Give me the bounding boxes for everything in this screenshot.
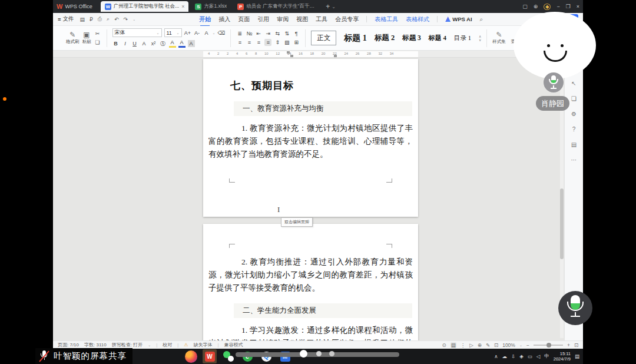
text-effects-button[interactable]: A bbox=[203, 29, 210, 37]
style-heading4[interactable]: 标题 4 bbox=[429, 34, 446, 42]
scrollbar-thumb[interactable] bbox=[560, 188, 564, 259]
microphone-button[interactable] bbox=[558, 291, 592, 325]
quickbar-caret-icon[interactable]: ⌄ bbox=[132, 17, 135, 21]
minimize-button[interactable]: − bbox=[556, 4, 559, 9]
underline-button[interactable]: U bbox=[131, 40, 138, 47]
tab-table-style[interactable]: 表格样式 bbox=[406, 15, 429, 24]
close-window-button[interactable]: × bbox=[577, 4, 579, 9]
show-marks-button[interactable]: ¶ bbox=[293, 30, 300, 37]
style-heading3[interactable]: 标题 3 bbox=[402, 34, 421, 42]
search-icon[interactable]: ⌕ bbox=[480, 16, 483, 23]
spellcheck-caret-icon[interactable]: ⌄ bbox=[148, 343, 151, 347]
align-right-button[interactable]: ≡ bbox=[255, 39, 262, 46]
font-color-auto-button[interactable]: A bbox=[141, 40, 148, 47]
proofread-button[interactable]: 校对 bbox=[163, 342, 172, 348]
ime-indicator[interactable]: 中 bbox=[544, 353, 549, 360]
style-heading2[interactable]: 标题 2 bbox=[375, 33, 395, 43]
zoom-level[interactable]: 100% bbox=[502, 342, 515, 348]
style-set-button[interactable]: ✎ 样式集 bbox=[492, 31, 506, 45]
web-view-button[interactable]: ⊕ bbox=[478, 342, 482, 348]
workspace-icon[interactable]: ▢ bbox=[522, 4, 528, 9]
multi-page-view-button[interactable]: ⋮ bbox=[461, 342, 466, 348]
gallery-down-icon[interactable]: ∨ bbox=[479, 38, 481, 42]
select-tool-icon[interactable]: ↖ bbox=[571, 80, 576, 87]
tab-review[interactable]: 审阅 bbox=[277, 15, 289, 24]
new-tab-button[interactable]: + bbox=[326, 2, 330, 11]
snippet-icon[interactable]: ❏ bbox=[571, 95, 577, 102]
justify-button[interactable]: ≡ bbox=[264, 39, 271, 46]
panel-icon[interactable]: ▤ bbox=[571, 141, 577, 148]
single-page-view-button[interactable]: ▤ bbox=[450, 342, 456, 348]
fullscreen-button[interactable]: ⊡ bbox=[574, 342, 578, 348]
format-painter-button[interactable]: ✎ 格式刷 bbox=[66, 31, 80, 45]
tab-writer-document[interactable]: W 广州理工学院智电学院 社会... × bbox=[101, 1, 189, 12]
page-dot[interactable] bbox=[316, 351, 322, 356]
tab-reference[interactable]: 引用 bbox=[257, 15, 269, 24]
gallery-scroll-arrows[interactable]: ∧ ∨ bbox=[479, 35, 481, 42]
taskbar-app-fruit[interactable] bbox=[184, 349, 198, 363]
right-indent-marker[interactable] bbox=[334, 55, 337, 57]
zoom-in-button[interactable]: + bbox=[567, 342, 570, 348]
zoom-out-button[interactable]: − bbox=[526, 342, 529, 348]
taskbar-app-wps[interactable]: W bbox=[203, 349, 217, 363]
char-shading-button[interactable]: A bbox=[188, 40, 195, 47]
taskbar-clock[interactable]: 15:11 2024/7/9 bbox=[554, 351, 571, 362]
increase-indent-button[interactable]: ⇥ bbox=[264, 30, 271, 37]
fit-page-button[interactable]: ⊡ bbox=[494, 342, 498, 348]
decrease-font-button[interactable]: A- bbox=[194, 29, 201, 37]
compat-mode-badge[interactable]: 兼容模式 bbox=[224, 342, 243, 348]
sort-button[interactable]: ⇅ bbox=[283, 30, 290, 37]
tab-tools[interactable]: 工具 bbox=[316, 15, 327, 24]
redo-button[interactable]: ↷ bbox=[124, 16, 128, 22]
tray-display-icon[interactable]: ▭ bbox=[528, 353, 532, 359]
superscript-button[interactable]: x² bbox=[150, 40, 157, 47]
enclosed-char-button[interactable]: Ⓐ bbox=[160, 40, 167, 47]
clear-format-button[interactable]: ⌫ bbox=[218, 29, 226, 37]
first-line-indent-marker[interactable] bbox=[287, 51, 290, 54]
tab-spreadsheet[interactable]: S 方案1.xlsx bbox=[191, 1, 231, 12]
font-name-select[interactable]: 宋体⌄ bbox=[112, 28, 162, 37]
settings-gear-icon[interactable]: ⚙ bbox=[571, 111, 577, 117]
read-mode-button[interactable]: ▷ bbox=[469, 342, 473, 348]
save-button[interactable]: ▤ bbox=[80, 16, 85, 22]
globe-icon[interactable]: ⊕ bbox=[534, 4, 538, 9]
shading-button[interactable]: ▨ bbox=[283, 39, 290, 46]
align-center-button[interactable]: ≡ bbox=[246, 39, 253, 46]
char-scale-button[interactable]: ⇆ bbox=[274, 30, 281, 37]
highlight-color-button[interactable]: A bbox=[169, 39, 176, 48]
file-menu-button[interactable]: ≡ 文件 bbox=[58, 15, 74, 23]
print-button[interactable]: ⎙ bbox=[98, 16, 102, 22]
borders-button[interactable]: ⊞ bbox=[293, 39, 300, 46]
left-indent-marker[interactable] bbox=[290, 55, 293, 57]
tab-home[interactable]: 开始 bbox=[199, 15, 211, 24]
tray-chevron-icon[interactable]: ∧ bbox=[494, 353, 498, 359]
missing-font-button[interactable]: 缺失字体 bbox=[193, 342, 212, 348]
tab-list-caret-icon[interactable]: ⌄ bbox=[332, 4, 336, 9]
notification-icon[interactable]: ▤ bbox=[575, 353, 579, 359]
style-toc1[interactable]: 目录 1 bbox=[454, 34, 471, 42]
page-dot-active[interactable] bbox=[300, 350, 307, 358]
bold-button[interactable]: B bbox=[112, 40, 120, 47]
increase-font-button[interactable]: A+ bbox=[184, 29, 191, 37]
restore-button[interactable]: ❐ bbox=[566, 4, 571, 9]
italic-button[interactable]: I bbox=[122, 40, 129, 47]
more-icon[interactable]: ⋯ bbox=[571, 157, 577, 163]
tab-insert[interactable]: 插入 bbox=[218, 15, 230, 24]
word-count[interactable]: 字数: 3110 bbox=[84, 342, 107, 348]
document-canvas[interactable]: 七、预期目标 一、教育资源补充与均衡 1. 教育资源补充：微光计划为村镇地区提供… bbox=[53, 58, 564, 340]
ink-button[interactable]: ✎ bbox=[486, 342, 490, 348]
font-size-select[interactable]: 11⌄ bbox=[164, 28, 182, 37]
eye-icon[interactable]: ⊙ bbox=[442, 342, 446, 348]
tray-download-icon[interactable]: ⇩ bbox=[511, 353, 515, 359]
spellcheck-status[interactable]: 拼写检查: 打开 bbox=[112, 342, 143, 348]
export-pdf-button[interactable]: ₽ bbox=[90, 16, 93, 22]
wps-ai-button[interactable]: WPS AI bbox=[445, 16, 472, 22]
decrease-indent-button[interactable]: ⇤ bbox=[255, 30, 262, 37]
font-color-button[interactable]: A bbox=[178, 39, 186, 48]
print-preview-button[interactable]: ⌕ bbox=[107, 16, 110, 22]
zoom-slider-thumb[interactable] bbox=[546, 343, 551, 348]
help-icon[interactable]: ? bbox=[572, 126, 576, 133]
tab-table-tools[interactable]: 表格工具 bbox=[375, 15, 398, 24]
tab-member[interactable]: 会员专享 bbox=[335, 15, 359, 24]
style-body[interactable]: 正文 bbox=[311, 31, 336, 45]
